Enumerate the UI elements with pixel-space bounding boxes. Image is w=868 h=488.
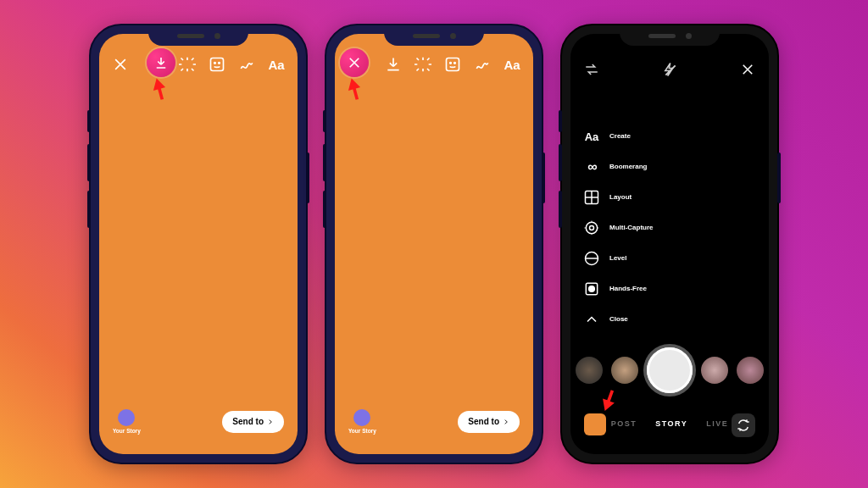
your-story-button[interactable]: Your Story	[348, 409, 376, 435]
effects-icon[interactable]	[178, 55, 197, 74]
highlight-ring-download	[147, 48, 175, 77]
pointer-arrow	[150, 76, 169, 102]
sticker-icon[interactable]	[208, 55, 226, 74]
notch	[620, 25, 720, 46]
svg-rect-3	[447, 58, 459, 71]
text-icon[interactable]: Aa	[267, 55, 286, 74]
close-icon[interactable]	[111, 55, 130, 74]
camera-tools-list: AaCreate ∞Boomerang Layout Multi-Capture…	[582, 127, 654, 329]
filter-thumb[interactable]	[576, 357, 603, 384]
svg-point-8	[590, 226, 594, 230]
tool-close-list[interactable]: Close	[582, 310, 654, 329]
download-icon[interactable]	[384, 55, 403, 74]
mode-story[interactable]: STORY	[655, 420, 687, 428]
your-story-label: Your Story	[348, 429, 376, 435]
pointer-arrow	[345, 76, 364, 102]
send-to-button[interactable]: Send to	[458, 411, 520, 433]
tool-multi-capture[interactable]: Multi-Capture	[582, 219, 654, 237]
camera-screen: AaCreate ∞Boomerang Layout Multi-Capture…	[570, 34, 769, 454]
filter-strip	[570, 347, 769, 393]
draw-icon[interactable]	[473, 55, 492, 74]
notch	[384, 25, 484, 46]
phone-mock-2: Aa Your Story Send to	[325, 24, 543, 464]
svg-rect-0	[211, 58, 224, 71]
send-to-label: Send to	[232, 418, 264, 426]
tool-create[interactable]: AaCreate	[582, 127, 654, 146]
filter-thumb[interactable]	[701, 357, 728, 384]
phone-mock-1: Aa Your Story Send to	[89, 24, 308, 464]
filter-thumb[interactable]	[611, 357, 638, 384]
shutter-button[interactable]	[647, 347, 693, 393]
svg-point-1	[214, 63, 216, 64]
tool-layout[interactable]: Layout	[582, 188, 654, 207]
your-story-avatar	[118, 409, 135, 426]
svg-point-2	[219, 63, 220, 64]
your-story-button[interactable]: Your Story	[113, 409, 141, 435]
close-icon[interactable]	[740, 62, 755, 80]
effects-icon[interactable]	[414, 55, 432, 74]
settings-icon[interactable]	[584, 62, 599, 80]
mode-live[interactable]: LIVE	[706, 420, 728, 428]
send-to-button[interactable]: Send to	[222, 411, 284, 433]
highlight-ring-close	[340, 48, 369, 77]
tool-boomerang[interactable]: ∞Boomerang	[582, 158, 654, 176]
tool-hands-free[interactable]: Hands-Free	[582, 280, 654, 298]
svg-point-7	[586, 222, 597, 233]
phone-mock-3: AaCreate ∞Boomerang Layout Multi-Capture…	[560, 24, 779, 464]
filter-thumb[interactable]	[737, 357, 764, 384]
text-icon[interactable]: Aa	[503, 55, 521, 74]
svg-point-5	[454, 63, 456, 64]
editor-toolbar: Aa	[384, 55, 521, 74]
your-story-label: Your Story	[113, 429, 141, 435]
notch	[148, 25, 248, 46]
sticker-icon[interactable]	[443, 55, 462, 74]
tool-level[interactable]: Level	[582, 249, 654, 268]
svg-point-11	[589, 286, 595, 292]
mode-post[interactable]: POST	[611, 420, 637, 428]
draw-icon[interactable]	[237, 55, 256, 74]
your-story-avatar	[353, 409, 370, 426]
story-editor-screen: Aa Your Story Send to	[99, 34, 298, 454]
story-editor-screen: Aa Your Story Send to	[335, 34, 533, 454]
switch-camera-icon[interactable]	[732, 413, 755, 437]
svg-point-4	[450, 63, 452, 64]
flash-off-icon[interactable]	[662, 62, 677, 80]
send-to-label: Send to	[468, 418, 499, 426]
